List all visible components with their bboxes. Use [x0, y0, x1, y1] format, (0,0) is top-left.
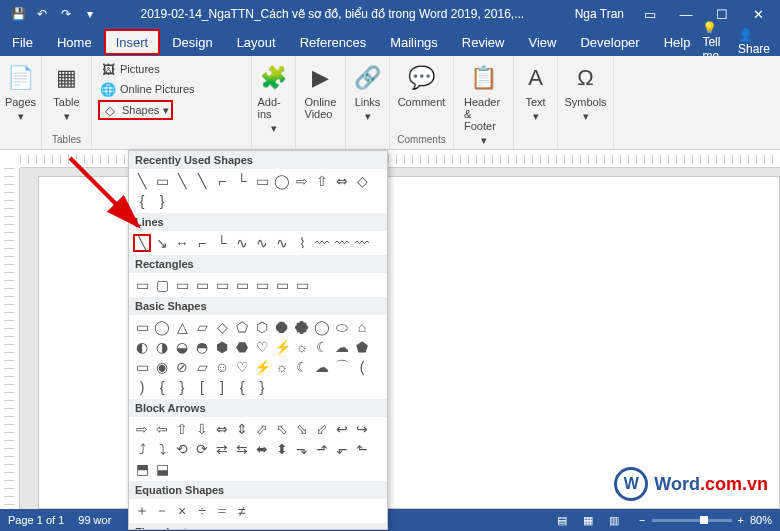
shape-a13[interactable]: ⤴ [133, 440, 151, 458]
shape-b16[interactable]: ◓ [193, 338, 211, 356]
zoom-in-icon[interactable]: + [738, 514, 744, 526]
minimize-icon[interactable]: — [668, 0, 704, 28]
shape-line-double[interactable]: ↔ [173, 234, 191, 252]
shape-b29[interactable]: ☺ [213, 358, 231, 376]
shape-a19[interactable]: ⬌ [253, 440, 271, 458]
shape-oval[interactable]: ◯ [273, 172, 291, 190]
shape-b30[interactable]: ♡ [233, 358, 251, 376]
shape-a4[interactable]: ⇩ [193, 420, 211, 438]
shape-b8[interactable]: ⯃ [273, 318, 291, 336]
shape-b43[interactable]: } [253, 378, 271, 396]
redo-icon[interactable]: ↷ [58, 7, 74, 21]
shape-r5[interactable]: ▭ [213, 276, 231, 294]
shape-scribble[interactable]: 〰 [313, 234, 331, 252]
zoom-slider[interactable] [652, 519, 732, 522]
shape-r4[interactable]: ▭ [193, 276, 211, 294]
shape-diamond[interactable]: ◇ [353, 172, 371, 190]
shape-elbow[interactable]: ⌐ [193, 234, 211, 252]
shape-a11[interactable]: ↩ [333, 420, 351, 438]
shape-a15[interactable]: ⟲ [173, 440, 191, 458]
view-print-icon[interactable]: ▦ [577, 514, 599, 527]
shape-r8[interactable]: ▭ [273, 276, 291, 294]
shape-rbrace[interactable]: } [153, 192, 171, 210]
shape-rect[interactable]: ▭ [253, 172, 271, 190]
shape-b33[interactable]: ☾ [293, 358, 311, 376]
shape-b11[interactable]: ⬭ [333, 318, 351, 336]
shape-e3[interactable]: × [173, 502, 191, 520]
shape-line3[interactable]: ╲ [193, 172, 211, 190]
shape-line[interactable]: ╲ [133, 172, 151, 190]
shape-b10[interactable]: ◯ [313, 318, 331, 336]
shape-b22[interactable]: ☾ [313, 338, 331, 356]
shape-b4[interactable]: ▱ [193, 318, 211, 336]
addins-button[interactable]: 🧩 Add-ins▾ [254, 60, 294, 137]
shape-b13[interactable]: ◐ [133, 338, 151, 356]
shape-a1[interactable]: ⇨ [133, 420, 151, 438]
shape-b14[interactable]: ◑ [153, 338, 171, 356]
shape-r6[interactable]: ▭ [233, 276, 251, 294]
tab-layout[interactable]: Layout [225, 28, 288, 56]
user-name[interactable]: Nga Tran [567, 7, 632, 21]
shape-a3[interactable]: ⇧ [173, 420, 191, 438]
shape-a6[interactable]: ⇕ [233, 420, 251, 438]
shape-b2[interactable]: ◯ [153, 318, 171, 336]
shape-a23[interactable]: ⬐ [333, 440, 351, 458]
shape-a8[interactable]: ⬁ [273, 420, 291, 438]
shape-r7[interactable]: ▭ [253, 276, 271, 294]
tab-home[interactable]: Home [45, 28, 104, 56]
shape-a18[interactable]: ⇆ [233, 440, 251, 458]
shape-e2[interactable]: － [153, 502, 171, 520]
shape-b3[interactable]: △ [173, 318, 191, 336]
shape-curve2[interactable]: ∿ [253, 234, 271, 252]
tab-design[interactable]: Design [160, 28, 224, 56]
shape-b5[interactable]: ◇ [213, 318, 231, 336]
shape-b12[interactable]: ⌂ [353, 318, 371, 336]
shape-arrow-lr[interactable]: ⇔ [333, 172, 351, 190]
shape-b27[interactable]: ⊘ [173, 358, 191, 376]
shape-a14[interactable]: ⤵ [153, 440, 171, 458]
shape-b34[interactable]: ☁ [313, 358, 331, 376]
tab-mailings[interactable]: Mailings [378, 28, 450, 56]
pictures-button[interactable]: 🖼Pictures [98, 60, 162, 78]
shape-r1[interactable]: ▭ [133, 276, 151, 294]
shape-b37[interactable]: ) [133, 378, 151, 396]
shape-b20[interactable]: ⚡ [273, 338, 291, 356]
shape-a25[interactable]: ⬒ [133, 460, 151, 478]
online-video-button[interactable]: ▶ Online Video [301, 60, 341, 122]
shape-textbox[interactable]: ▭ [153, 172, 171, 190]
shape-a20[interactable]: ⬍ [273, 440, 291, 458]
shape-b38[interactable]: { [153, 378, 171, 396]
shape-arrow-r[interactable]: ⇨ [293, 172, 311, 190]
share-button[interactable]: 👤 Share [738, 28, 770, 56]
shape-curve[interactable]: ∿ [233, 234, 251, 252]
shape-b28[interactable]: ▱ [193, 358, 211, 376]
tab-developer[interactable]: Developer [568, 28, 651, 56]
pages-button[interactable]: 📄 Pages▾ [1, 60, 41, 125]
shape-b32[interactable]: ☼ [273, 358, 291, 376]
ruler-vertical[interactable] [0, 168, 20, 509]
shape-r2[interactable]: ▢ [153, 276, 171, 294]
shape-r9[interactable]: ▭ [293, 276, 311, 294]
shapes-button[interactable]: ◇Shapes ▾ [98, 100, 173, 120]
view-read-icon[interactable]: ▤ [551, 514, 573, 527]
links-button[interactable]: 🔗 Links▾ [348, 60, 388, 125]
shape-connector2[interactable]: └ [233, 172, 251, 190]
shape-e5[interactable]: ＝ [213, 502, 231, 520]
tab-view[interactable]: View [516, 28, 568, 56]
tab-insert[interactable]: Insert [104, 29, 161, 55]
shape-b23[interactable]: ☁ [333, 338, 351, 356]
status-words[interactable]: 99 wor [78, 514, 111, 526]
shape-e1[interactable]: ＋ [133, 502, 151, 520]
shape-a22[interactable]: ⬏ [313, 440, 331, 458]
shape-b42[interactable]: { [233, 378, 251, 396]
shape-b17[interactable]: ⬢ [213, 338, 231, 356]
save-icon[interactable]: 💾 [10, 7, 26, 21]
zoom-level[interactable]: 80% [750, 514, 772, 526]
zoom-out-icon[interactable]: − [639, 514, 645, 526]
shape-b40[interactable]: [ [193, 378, 211, 396]
tab-references[interactable]: References [288, 28, 378, 56]
shape-line-arrow[interactable]: ↘ [153, 234, 171, 252]
shape-elbow2[interactable]: └ [213, 234, 231, 252]
tab-review[interactable]: Review [450, 28, 517, 56]
shape-scribble2[interactable]: 〰 [333, 234, 351, 252]
